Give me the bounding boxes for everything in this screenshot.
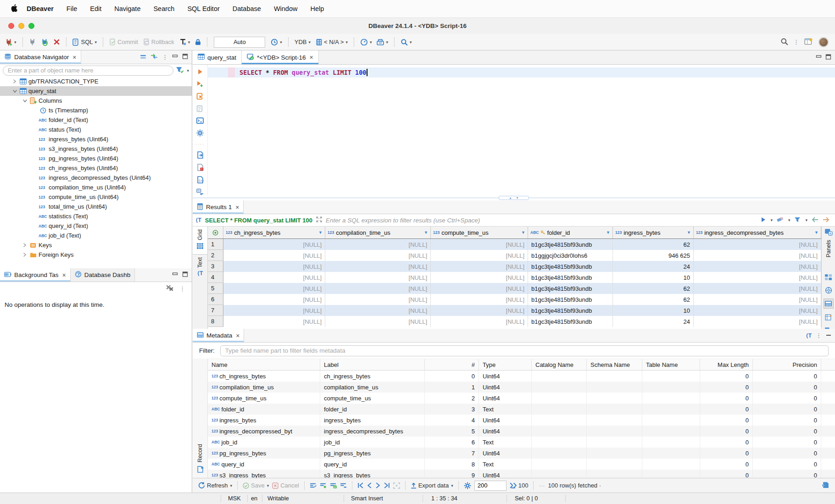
- meta-cell[interactable]: [587, 371, 642, 382]
- status-caret-position[interactable]: 1 : 35 : 34: [431, 493, 457, 504]
- meta-cell[interactable]: [642, 393, 700, 404]
- meta-column-header-[interactable]: #: [425, 359, 479, 370]
- grid-cell[interactable]: [NULL]: [325, 294, 431, 305]
- meta-cell[interactable]: 0: [753, 426, 821, 437]
- meta-cell[interactable]: [587, 404, 642, 415]
- table-row[interactable]: 2[NULL][NULL][NULL]b1ggjgcj0ci3dr0lohs69…: [208, 250, 821, 261]
- meta-cell[interactable]: 4: [425, 415, 479, 426]
- menu-edit[interactable]: Edit: [90, 5, 101, 12]
- grid-cell[interactable]: [NULL]: [325, 239, 431, 250]
- metadata-row[interactable]: 123ingress_bytesingress_bytes4Uint6400: [208, 415, 835, 426]
- column-header-ingress-bytes[interactable]: 123ingress_bytes▼: [613, 227, 694, 238]
- status-selection-info[interactable]: Sel: 0 | 0: [515, 493, 538, 504]
- refresh-button[interactable]: Refresh▾: [198, 482, 232, 489]
- meta-column-header-type[interactable]: Type: [479, 359, 532, 370]
- meta-name-cell[interactable]: ABCjob_id: [208, 437, 320, 448]
- meta-cell[interactable]: [587, 426, 642, 437]
- tab-metadata[interactable]: Metadata ×: [193, 329, 244, 342]
- meta-cell[interactable]: job_id: [320, 437, 425, 448]
- metadata-grid[interactable]: NameLabel#TypeCatalog NameSchema NameTab…: [208, 359, 835, 478]
- next-row-button[interactable]: [375, 482, 380, 488]
- execute-new-tab-button[interactable]: [196, 80, 204, 87]
- table-row[interactable]: 7[NULL][NULL][NULL]b1gc3tje4815bf93undb1…: [208, 305, 821, 316]
- meta-cell[interactable]: [532, 404, 587, 415]
- editor-results-sash[interactable]: ▲▼: [193, 195, 835, 200]
- column-header-folder-id[interactable]: ABCfolder_id▼: [528, 227, 613, 238]
- metadata-filter-input[interactable]: [220, 345, 829, 356]
- row-number-cell[interactable]: 5: [208, 283, 223, 294]
- add-row-button[interactable]: [320, 482, 327, 488]
- meta-cell[interactable]: 6: [425, 437, 479, 448]
- column-filter-icon[interactable]: ▼: [318, 230, 323, 235]
- meta-cell[interactable]: Uint64: [479, 426, 532, 437]
- meta-cell[interactable]: pg_ingress_bytes: [320, 448, 425, 459]
- duplicate-row-button[interactable]: [330, 482, 337, 488]
- table-row[interactable]: 6[NULL][NULL][NULL]b1gc3tje4815bf93undb6…: [208, 294, 821, 305]
- tree-item-ingress-bytes-uint64[interactable]: 123ingress_bytes (Uint64): [0, 134, 192, 144]
- tree-item-ts-timestamp[interactable]: ts (Timestamp): [0, 105, 192, 115]
- grid-cell[interactable]: [NULL]: [223, 316, 325, 327]
- meta-cell[interactable]: 0: [700, 382, 753, 393]
- grid-cell[interactable]: [NULL]: [325, 283, 431, 294]
- row-number-cell[interactable]: 6: [208, 294, 223, 305]
- edit-value-button[interactable]: [310, 482, 317, 488]
- close-icon[interactable]: ×: [62, 271, 66, 279]
- panels-toggle-icon[interactable]: [824, 228, 833, 237]
- meta-cell[interactable]: [587, 382, 642, 393]
- column-header-compilation-time-us[interactable]: 123compilation_time_us▼: [325, 227, 431, 238]
- menu-help[interactable]: Help: [310, 5, 324, 12]
- table-row[interactable]: 5[NULL][NULL][NULL]b1gc3tje4815bf93undb6…: [208, 283, 821, 294]
- meta-cell[interactable]: [587, 393, 642, 404]
- tab-sql-script[interactable]: *<YDB> Script-16 ×: [242, 50, 319, 64]
- calc-panel-icon[interactable]: [824, 299, 834, 309]
- meta-cell[interactable]: [642, 459, 700, 470]
- apply-filter-play-icon[interactable]: [761, 217, 766, 224]
- row-number-cell[interactable]: 8: [208, 316, 223, 327]
- grouping-panel-icon[interactable]: [824, 285, 834, 295]
- status-write-mode[interactable]: Writable: [267, 493, 289, 504]
- tree-item-status-text[interactable]: ABCstatus (Text): [0, 125, 192, 134]
- aggregate-panel-icon[interactable]: [824, 312, 834, 322]
- row-number-cell[interactable]: 7: [208, 305, 223, 316]
- chevron-down-icon[interactable]: [21, 99, 28, 103]
- tree-item-gb-transaction-type[interactable]: gb/TRANSACTION_TYPE: [0, 77, 192, 86]
- grid-cell[interactable]: [NULL]: [694, 283, 821, 294]
- tree-item-folder-id-text[interactable]: ABCfolder_id (Text): [0, 115, 192, 125]
- grid-cell[interactable]: [NULL]: [223, 272, 325, 283]
- maximize-view-icon[interactable]: [182, 54, 188, 61]
- more-status-icon[interactable]: ···: [539, 482, 545, 489]
- rollback-button[interactable]: Rollback: [142, 36, 176, 48]
- meta-name-cell[interactable]: ABCquery_id: [208, 459, 320, 470]
- meta-name-cell[interactable]: 123ingress_decompressed_byt: [208, 426, 320, 437]
- grid-corner-cell[interactable]: [208, 227, 223, 238]
- tree-item-statistics-text[interactable]: ABCstatistics (Text): [0, 211, 192, 221]
- toggle-panel-icon[interactable]: [822, 482, 829, 490]
- script-variables-button[interactable]: {x}: [196, 176, 204, 183]
- tab-query-stat[interactable]: query_stat: [193, 50, 242, 64]
- metadata-row[interactable]: 123pg_ingress_bytespg_ingress_bytes7Uint…: [208, 448, 835, 459]
- metadata-row[interactable]: ABCquery_idquery_id8Text00: [208, 459, 835, 470]
- value-text-icon[interactable]: ⟨T: [806, 332, 812, 339]
- meta-cell[interactable]: 0: [753, 470, 821, 478]
- metadata-row[interactable]: 123ingress_decompressed_bytingress_decom…: [208, 426, 835, 437]
- tasks-menu-icon[interactable]: ⋮: [179, 285, 185, 292]
- meta-cell[interactable]: [532, 437, 587, 448]
- grid-cell[interactable]: [NULL]: [431, 239, 528, 250]
- execute-script-button[interactable]: [196, 93, 204, 100]
- meta-cell[interactable]: Uint64: [479, 415, 532, 426]
- menu-window[interactable]: Window: [274, 5, 298, 12]
- meta-cell[interactable]: [587, 448, 642, 459]
- grid-cell[interactable]: 10: [613, 305, 694, 316]
- expand-filter-icon[interactable]: [316, 216, 322, 224]
- grid-cell[interactable]: [NULL]: [325, 250, 431, 261]
- grid-cell[interactable]: [NULL]: [223, 239, 325, 250]
- meta-cell[interactable]: Text: [479, 459, 532, 470]
- meta-name-cell[interactable]: 123ingress_bytes: [208, 415, 320, 426]
- filter-history-back-icon[interactable]: [812, 217, 818, 224]
- meta-column-header-table-name[interactable]: Table Name: [642, 359, 700, 370]
- minimize-view-icon[interactable]: [172, 54, 178, 61]
- meta-cell[interactable]: [587, 437, 642, 448]
- toolbar-more-icon[interactable]: ⋮: [793, 39, 799, 45]
- transaction-log-button[interactable]: ▾: [178, 36, 192, 48]
- explain-plan-button[interactable]: [196, 105, 204, 112]
